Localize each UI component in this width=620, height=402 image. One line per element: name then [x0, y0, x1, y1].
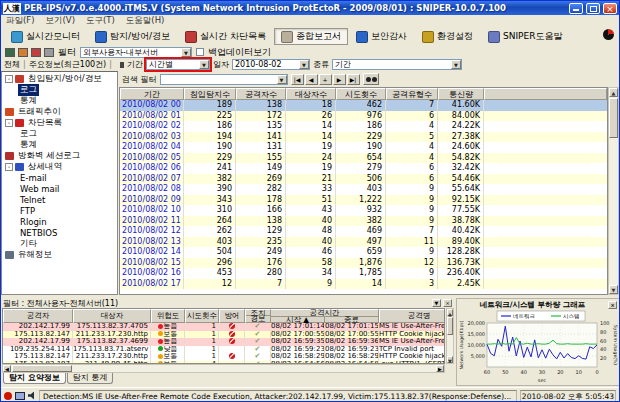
sidebar-item[interactable]: NETBIOS: [2, 227, 117, 238]
close-panel-icon[interactable]: ×: [443, 299, 452, 307]
table-row[interactable]: 2010/08/02 0218613514186424.22K: [120, 121, 607, 132]
filter-scope-select[interactable]: 외부사용자-내부서버 ▼: [80, 47, 192, 58]
column-header[interactable]: 대상자수: [286, 88, 336, 100]
toolbar-button-detect-defense-alert[interactable]: 탐지/방어/경보: [88, 28, 177, 45]
collapse-panel-icon[interactable]: ▼: [432, 299, 441, 307]
minimize-button[interactable]: [569, 3, 583, 14]
sidebar-item[interactable]: 트래픽추이: [2, 106, 117, 117]
table-row[interactable]: 2010/08/02 14504249466599128.28K: [120, 247, 607, 258]
chevron-down-icon[interactable]: ▼: [451, 60, 461, 69]
column-header[interactable]: 공격자수: [236, 88, 286, 100]
col-risk[interactable]: 위험도: [151, 309, 185, 323]
menu-item[interactable]: 보기(V): [46, 15, 75, 27]
col-action-alert[interactable]: 조치 경보: [245, 309, 271, 323]
col-attempts[interactable]: 시도횟수: [185, 309, 219, 323]
scroll-down-icon[interactable]: ▼: [609, 285, 618, 294]
tab-stats[interactable]: 탐지 통계: [67, 373, 114, 384]
col-attack-time[interactable]: 공격시간 시작 ▲ 종료: [271, 309, 379, 323]
toolbar-button-help[interactable]: SNIPER도움말: [481, 28, 569, 45]
column-header[interactable]: 기간: [120, 88, 184, 100]
chevron-down-icon[interactable]: ▼: [299, 60, 309, 69]
col-attack-name[interactable]: 공격명: [379, 309, 445, 323]
sidebar-item[interactable]: 기타: [2, 238, 117, 249]
detection-table-hscrollbar[interactable]: ◀ ▶: [2, 364, 445, 373]
column-header[interactable]: 침입탐지수: [184, 88, 236, 100]
sidebar-item[interactable]: 로그: [2, 84, 117, 95]
chevron-down-icon[interactable]: ▼: [277, 75, 287, 84]
table-row[interactable]: 2010/08/02 0018913818462741.60K: [120, 100, 607, 111]
col-target[interactable]: 대상자: [73, 309, 151, 323]
printer-icon[interactable]: [44, 48, 54, 57]
close-button[interactable]: ×: [603, 3, 617, 14]
toolbar-button-settings[interactable]: 환경설정: [415, 28, 480, 45]
toolbar-button-realtime-monitor[interactable]: 실시간모니터: [4, 28, 87, 45]
monitor-icon[interactable]: [15, 392, 25, 400]
tree-expander-icon[interactable]: -: [5, 119, 13, 127]
col-attacker[interactable]: 공격자: [3, 309, 73, 323]
table-row[interactable]: 2010/08/02 16453280341,7859236.40K: [120, 268, 607, 279]
refresh-icon[interactable]: [31, 48, 41, 57]
table-row[interactable]: 2010/08/02 0624114919279632.42K: [120, 163, 607, 174]
close-graph-icon[interactable]: ×: [608, 301, 617, 309]
column-header[interactable]: 시도횟수: [336, 88, 386, 100]
toolbar-button-security-audit[interactable]: 보안감사: [349, 28, 414, 45]
toolbar-button-realtime-blocklist[interactable]: 실시간 차단목록: [178, 28, 273, 45]
search-filter-input[interactable]: ▼: [160, 74, 288, 85]
chevron-down-icon[interactable]: ▼: [181, 48, 191, 57]
nav-last-button[interactable]: ▶|: [347, 74, 360, 85]
sidebar-item[interactable]: Telnet: [2, 194, 117, 205]
detection-row[interactable]: 109.235.254.114175.113.83.71.atserv낮음1✔0…: [3, 346, 444, 354]
menu-item[interactable]: 파일(F): [6, 15, 35, 27]
sidebar-item[interactable]: FTP: [2, 205, 117, 216]
sidebar-item[interactable]: E-mail: [2, 172, 117, 183]
table-row[interactable]: 2010/08/02 0319414114229527.38K: [120, 132, 607, 143]
sidebar-item[interactable]: 유해정보: [2, 249, 117, 260]
column-header[interactable]: 공격유형수: [386, 88, 438, 100]
window-icon[interactable]: [5, 48, 15, 57]
scroll-thumb[interactable]: [609, 98, 618, 138]
table-row[interactable]: 2010/08/02 0522915524654454.82K: [120, 153, 607, 164]
table-row[interactable]: 2010/08/02 1031016643932977.55K: [120, 205, 607, 216]
table-row[interactable]: 2010/08/02 1126413840382938.78K: [120, 216, 607, 227]
sidebar-item[interactable]: -침입탐지/방어/경보: [2, 73, 117, 84]
table-row[interactable]: 2010/08/02 09343178511,222992.15K: [120, 195, 607, 206]
toolbar-button-report[interactable]: 종합보고서: [274, 28, 348, 45]
table-row[interactable]: 2010/08/02 0419013119190424.60K: [120, 142, 607, 153]
tree-expander-icon[interactable]: -: [5, 75, 13, 83]
chart-icon[interactable]: [18, 48, 28, 57]
main-table-scrollbar[interactable]: ▲ ▼: [608, 87, 619, 295]
speaker-icon[interactable]: [28, 392, 36, 400]
col-defense[interactable]: 방어: [219, 309, 245, 323]
detection-row[interactable]: 202.142.17.99175.113.82.37.4699높음1✔08/02…: [3, 338, 444, 346]
nav-prev-button[interactable]: ◀: [305, 74, 318, 85]
scroll-up-icon[interactable]: ▲: [609, 88, 618, 97]
sidebar-item[interactable]: 통계: [2, 139, 117, 150]
table-row[interactable]: 2010/08/02 0738226921506654.46K: [120, 174, 607, 185]
backup-data-checkbox[interactable]: [196, 48, 204, 56]
tab-summary[interactable]: 탐지 요약정보: [3, 373, 66, 384]
menu-item[interactable]: 도구(T): [86, 15, 115, 27]
view-recent-link[interactable]: 주요정보(최근100건): [29, 59, 107, 70]
nav-insert-button[interactable]: +: [319, 74, 332, 85]
detection-row[interactable]: 175.113.82.147211.233.17.230.http보통1✔08/…: [3, 331, 444, 339]
scroll-right-icon[interactable]: ▶: [436, 365, 444, 372]
table-row[interactable]: 2010/08/02 13403235404971189.40K: [120, 237, 607, 248]
scroll-thumb[interactable]: [447, 317, 453, 335]
search-binoculars-icon[interactable]: [363, 73, 379, 85]
scroll-thumb[interactable]: [12, 365, 72, 372]
period-select[interactable]: 시간별 ▼: [146, 59, 210, 70]
scroll-left-icon[interactable]: ◀: [3, 365, 11, 372]
sidebar-item[interactable]: Rlogin: [2, 216, 117, 227]
column-header[interactable]: 통신량: [438, 88, 484, 100]
nav-first-button[interactable]: |◀: [291, 74, 304, 85]
date-select[interactable]: 2010-08-02 ▼: [232, 59, 310, 70]
sidebar-item[interactable]: -차단목록: [2, 117, 117, 128]
sidebar-item[interactable]: 통계: [2, 95, 117, 106]
table-row[interactable]: 2010/08/02 0839028233403955.64K: [120, 184, 607, 195]
detection-row[interactable]: 202.142.17.99175.113.82.37.4705높음1✔08/02…: [3, 323, 444, 331]
type-select[interactable]: 기간 ▼: [332, 59, 462, 70]
scroll-up-icon[interactable]: ▲: [447, 309, 453, 316]
menu-item[interactable]: 도움말(H): [126, 15, 165, 27]
table-row[interactable]: 2010/08/02 0122517226976684.00K: [120, 111, 607, 122]
sidebar-item[interactable]: -상세내역: [2, 161, 117, 172]
